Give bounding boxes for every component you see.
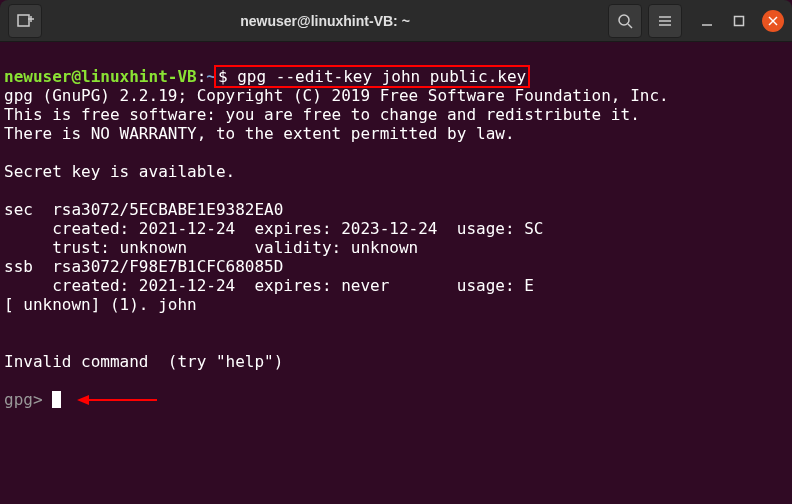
titlebar-right — [608, 4, 784, 38]
output-line: Secret key is available. — [4, 162, 235, 181]
output-line: created: 2021-12-24 expires: never usage… — [4, 276, 563, 295]
command-highlight-box: $ gpg --edit-key john public.key — [214, 65, 530, 88]
terminal-cursor — [52, 391, 61, 408]
prompt-symbol: $ — [218, 67, 228, 86]
minimize-button[interactable] — [698, 12, 716, 30]
titlebar: newuser@linuxhint-VB: ~ — [0, 0, 792, 42]
output-line: trust: unknown validity: unknown — [4, 238, 418, 257]
close-button[interactable] — [762, 10, 784, 32]
minimize-icon — [701, 15, 713, 27]
svg-marker-13 — [77, 395, 89, 405]
window-controls — [698, 10, 784, 32]
output-line: This is free software: you are free to c… — [4, 105, 640, 124]
output-line: [ unknown] (1). john — [4, 295, 197, 314]
svg-rect-9 — [735, 16, 744, 25]
maximize-icon — [733, 15, 745, 27]
output-line: created: 2021-12-24 expires: 2023-12-24 … — [4, 219, 563, 238]
prompt-colon: : — [197, 67, 207, 86]
close-icon — [768, 16, 778, 26]
typed-command: gpg --edit-key john public.key — [228, 67, 527, 86]
svg-rect-0 — [18, 15, 29, 26]
svg-line-4 — [628, 24, 632, 28]
output-line: There is NO WARRANTY, to the extent perm… — [4, 124, 515, 143]
gpg-prompt: gpg> — [4, 390, 52, 409]
titlebar-left — [8, 4, 42, 38]
menu-button[interactable] — [648, 4, 682, 38]
prompt-user: newuser@linuxhint-VB — [4, 67, 197, 86]
annotation-arrow — [77, 391, 157, 410]
output-line: sec rsa3072/5ECBABE1E9382EA0 — [4, 200, 283, 219]
output-line: ssb rsa3072/F98E7B1CFC68085D — [4, 257, 283, 276]
search-button[interactable] — [608, 4, 642, 38]
terminal-output[interactable]: newuser@linuxhint-VB:~$ gpg --edit-key j… — [0, 42, 792, 416]
maximize-button[interactable] — [730, 12, 748, 30]
svg-point-3 — [619, 15, 629, 25]
search-icon — [617, 13, 633, 29]
output-line: Invalid command (try "help") — [4, 352, 283, 371]
newtab-icon — [16, 12, 34, 30]
window-title: newuser@linuxhint-VB: ~ — [42, 13, 608, 29]
output-line: gpg (GnuPG) 2.2.19; Copyright (C) 2019 F… — [4, 86, 669, 105]
new-tab-button[interactable] — [8, 4, 42, 38]
hamburger-icon — [657, 13, 673, 29]
